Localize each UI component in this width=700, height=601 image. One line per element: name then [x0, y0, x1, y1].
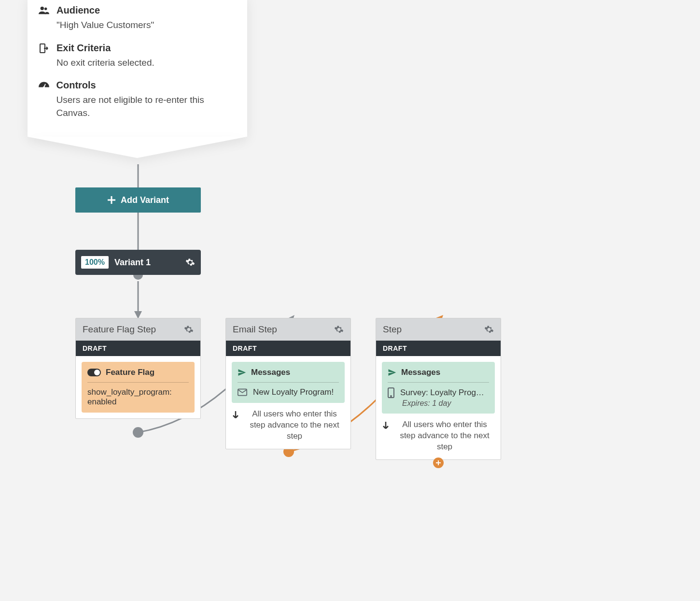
mobile-icon [388, 387, 394, 398]
plus-icon [107, 196, 116, 204]
advance-row: All users who enter this step advance to… [376, 419, 501, 459]
send-icon [238, 368, 246, 377]
email-icon [238, 388, 247, 396]
step-title: Step [383, 324, 402, 335]
gear-icon[interactable] [184, 325, 194, 334]
svg-point-9 [41, 7, 44, 10]
step-title: Feature Flag Step [83, 324, 156, 335]
feature-flag-step-card[interactable]: Feature Flag Step DRAFT Feature Flag sho… [75, 318, 201, 419]
audience-icon [38, 5, 50, 32]
gear-icon[interactable] [185, 258, 195, 267]
controls-row: Controls Users are not eligible to re-en… [38, 80, 237, 119]
feature-flag-block: Feature Flag show_loyalty_program: enabl… [82, 362, 195, 413]
add-variant-button[interactable]: Add Variant [75, 187, 201, 213]
advance-text: All users who enter this step advance to… [394, 419, 495, 453]
message-item: New Loyalty Program! [253, 387, 334, 397]
gear-icon[interactable] [334, 325, 344, 334]
arrow-down-icon [232, 409, 239, 442]
block-heading: Messages [401, 368, 440, 377]
status-badge: DRAFT [376, 341, 501, 356]
email-step-card[interactable]: Email Step DRAFT Messages New Loyalty Pr… [225, 318, 351, 449]
send-icon [388, 368, 396, 377]
audience-value: "High Value Customers" [56, 19, 154, 32]
svg-point-16 [391, 396, 392, 397]
controls-label: Controls [56, 80, 237, 91]
variant-chip[interactable]: 100% Variant 1 [75, 250, 201, 275]
exit-icon [38, 43, 50, 70]
controls-icon [38, 80, 50, 119]
messages-block: Messages New Loyalty Program! [232, 362, 345, 403]
exit-label: Exit Criteria [56, 43, 154, 54]
add-variant-label: Add Variant [121, 195, 169, 205]
status-badge: DRAFT [226, 341, 350, 356]
audience-label: Audience [56, 5, 154, 16]
step-header: Feature Flag Step [76, 318, 200, 341]
variant-name: Variant 1 [114, 258, 180, 268]
messages-block: Messages Survey: Loyalty Prog… Expires: … [382, 362, 495, 414]
feature-flag-text: show_loyalty_program: enabled [87, 387, 189, 407]
gear-icon[interactable] [484, 325, 494, 334]
advance-text: All users who enter this step advance to… [244, 409, 345, 442]
toggle-icon [87, 369, 101, 376]
message-item: Survey: Loyalty Prog… [400, 388, 484, 398]
exit-value: No exit criteria selected. [56, 57, 154, 70]
audience-row: Audience "High Value Customers" [38, 5, 237, 32]
step-card[interactable]: Step DRAFT Messages Survey: Loyalty Prog… [376, 318, 501, 460]
svg-point-5 [133, 427, 143, 438]
step-title: Email Step [233, 324, 277, 335]
controls-value: Users are not eligible to re-enter this … [56, 94, 237, 119]
svg-point-10 [44, 8, 47, 11]
step-header: Email Step [226, 318, 350, 341]
add-step-button[interactable] [433, 458, 444, 468]
canvas-info-card: Audience "High Value Customers" Exit Cri… [28, 0, 247, 137]
advance-row: All users who enter this step advance to… [226, 409, 350, 449]
variant-percent: 100% [81, 256, 109, 269]
step-header: Step [376, 318, 501, 341]
arrow-down-icon [382, 419, 390, 453]
exit-row: Exit Criteria No exit criteria selected. [38, 43, 237, 70]
expires-text: Expires: 1 day [402, 399, 489, 408]
block-heading: Feature Flag [106, 368, 154, 377]
block-heading: Messages [251, 368, 290, 377]
status-badge: DRAFT [76, 341, 200, 356]
